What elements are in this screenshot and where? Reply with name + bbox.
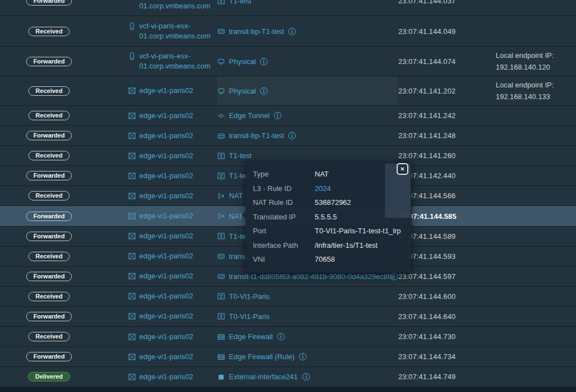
- timestamp: 23:07:41.144.749: [398, 373, 490, 381]
- node-link[interactable]: edge-vi1-paris02: [139, 111, 193, 121]
- component-link[interactable]: External-interface241: [229, 373, 298, 381]
- status-badge: Forwarded: [26, 232, 72, 241]
- info-icon[interactable]: [288, 131, 296, 140]
- status-badge: Forwarded: [26, 352, 72, 361]
- trace-row: Forwarded edge-vi1-paris02 T0-VI1-Paris …: [0, 307, 576, 327]
- trace-row: Received edge-vi1-paris02 Edge Tunnel 23…: [0, 106, 576, 126]
- edge-node-icon: [128, 373, 136, 381]
- node-link[interactable]: edge-vi1-paris02: [139, 271, 193, 281]
- table-bottom-edge: [0, 387, 576, 392]
- component-link[interactable]: NAT: [229, 192, 243, 200]
- edge-node-icon: [128, 172, 136, 180]
- trace-row: Delivered edge-vi1-paris02 External-inte…: [0, 367, 576, 387]
- status-badge: Forwarded: [26, 57, 72, 66]
- edge-node-icon: [128, 353, 136, 361]
- component-link[interactable]: T1-test: [229, 151, 251, 160]
- component-link[interactable]: Edge Firewall: [229, 332, 273, 341]
- component-link[interactable]: NAT: [229, 212, 243, 220]
- close-icon[interactable]: ✕: [397, 163, 408, 175]
- tunnel-icon: [217, 112, 225, 120]
- timestamp: 23:07:41.144.566: [398, 192, 490, 200]
- info-icon[interactable]: [260, 57, 268, 66]
- node-link[interactable]: edge-vi1-paris02: [139, 311, 193, 321]
- timestamp: 23:07:41.144.730: [398, 332, 490, 341]
- tooltip-field-value: /infra/tier-1s/T1-test: [315, 241, 378, 249]
- switch-icon: [217, 272, 225, 280]
- status-badge: Forwarded: [26, 171, 72, 180]
- edge-node-icon: [128, 292, 136, 300]
- component-link[interactable]: T0-VI1-Paris: [229, 312, 270, 321]
- info-icon[interactable]: [390, 272, 398, 281]
- node-link[interactable]: edge-vi1-paris02: [139, 291, 193, 301]
- nic-icon: [217, 57, 225, 65]
- firewall-icon: [217, 333, 225, 341]
- edge-node-icon: [128, 232, 136, 240]
- component-link[interactable]: transit-bp-T1-test: [229, 27, 284, 36]
- timestamp: 23:07:41.141.248: [398, 131, 490, 140]
- timestamp: 23:07:41.144.734: [398, 352, 490, 361]
- node-link[interactable]: vcf-vi-paris-esx-01.corp.vmbeans.com: [139, 0, 217, 11]
- node-link[interactable]: edge-vi1-paris02: [139, 191, 193, 201]
- timestamp: 23:07:41.144.600: [398, 292, 490, 301]
- status-badge: Forwarded: [26, 212, 72, 221]
- status-badge: Received: [28, 292, 70, 301]
- switch-icon: [217, 252, 225, 260]
- host-icon: [128, 22, 136, 30]
- tier-router-icon: [217, 292, 225, 300]
- timestamp: 23:07:41.144.037: [398, 0, 490, 5]
- rule-id-link[interactable]: 2024: [315, 184, 331, 193]
- node-link[interactable]: edge-vi1-paris02: [139, 332, 193, 342]
- info-icon[interactable]: [288, 27, 296, 36]
- info-icon[interactable]: [274, 111, 282, 120]
- edge-node-icon: [128, 252, 136, 260]
- component-link[interactable]: Edge Firewall (Rule): [229, 352, 295, 361]
- component-link[interactable]: transit-t1-dd805f63-a082-491b-9080-0d4a3…: [229, 272, 386, 281]
- tooltip-field-value: 5.5.5.5: [315, 213, 337, 221]
- tier-router-icon: [217, 152, 225, 160]
- timestamp: 23:07:41.144.074: [398, 57, 490, 66]
- tooltip-field-value: T0-VI1-Paris-T1-test-t1_lrp: [315, 227, 401, 235]
- observation-note: Local endpoint IP:192.168.140.133: [490, 79, 576, 102]
- switch-icon: [217, 27, 225, 35]
- edge-node-icon: [128, 152, 136, 160]
- trace-row: Forwarded edge-vi1-paris02 transit-bp-T1…: [0, 126, 576, 146]
- timestamp: 23:07:41.141.202: [398, 87, 490, 95]
- tooltip-field-label: Interface Path: [253, 241, 315, 249]
- info-icon[interactable]: [260, 87, 268, 95]
- info-icon[interactable]: [277, 332, 285, 341]
- component-link[interactable]: Physical: [229, 87, 256, 95]
- tooltip-field-value: 536872962: [315, 198, 351, 207]
- tooltip-field-label: NAT Rule ID: [253, 198, 315, 207]
- component-link[interactable]: Edge Tunnel: [229, 111, 270, 120]
- node-link[interactable]: vcf-vi-paris-esx-01.corp.vmbeans.com: [139, 21, 217, 41]
- node-link[interactable]: edge-vi1-paris02: [139, 86, 193, 96]
- status-badge: Received: [28, 332, 70, 341]
- tier-router-icon: [217, 172, 225, 180]
- edge-node-icon: [128, 192, 136, 200]
- status-badge: Received: [28, 252, 70, 261]
- trace-row: Forwarded edge-vi1-paris02 Edge Firewall…: [0, 347, 576, 367]
- tier-router-icon: [217, 312, 225, 320]
- node-link[interactable]: edge-vi1-paris02: [139, 211, 193, 221]
- status-badge: Forwarded: [26, 312, 72, 321]
- component-link[interactable]: T1-test: [229, 0, 251, 5]
- info-icon[interactable]: [299, 352, 307, 361]
- node-link[interactable]: edge-vi1-paris02: [139, 251, 193, 261]
- trace-row: Forwarded vcf-vi-paris-esx-01.corp.vmbea…: [0, 47, 576, 76]
- trace-row: Received vcf-vi-paris-esx-01.corp.vmbean…: [0, 16, 576, 47]
- nat-icon: [217, 212, 225, 220]
- node-link[interactable]: edge-vi1-paris02: [139, 372, 193, 382]
- node-link[interactable]: vcf-vi-paris-esx-01.corp.vmbeans.com: [139, 51, 217, 71]
- node-link[interactable]: edge-vi1-paris02: [139, 171, 193, 181]
- component-link[interactable]: transit-bp-T1-test: [229, 131, 284, 140]
- info-icon[interactable]: [302, 373, 310, 381]
- status-badge: Forwarded: [26, 0, 72, 6]
- component-link[interactable]: Physical: [229, 57, 256, 66]
- status-badge-delivered: Delivered: [28, 372, 70, 381]
- status-badge: Forwarded: [26, 272, 72, 281]
- component-link[interactable]: T0-VI1-Paris: [229, 292, 270, 301]
- node-link[interactable]: edge-vi1-paris02: [139, 151, 193, 161]
- node-link[interactable]: edge-vi1-paris02: [139, 352, 193, 362]
- node-link[interactable]: edge-vi1-paris02: [139, 231, 193, 241]
- node-link[interactable]: edge-vi1-paris02: [139, 131, 193, 141]
